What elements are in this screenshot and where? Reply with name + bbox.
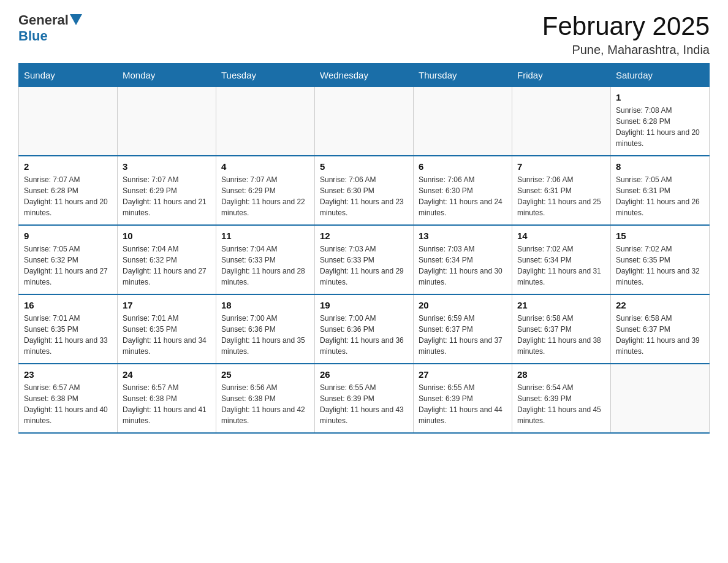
- calendar-cell: 23Sunrise: 6:57 AMSunset: 6:38 PMDayligh…: [19, 364, 118, 433]
- calendar-cell: [611, 364, 710, 433]
- calendar-cell: [315, 87, 414, 156]
- day-info: Sunrise: 6:57 AMSunset: 6:38 PMDaylight:…: [24, 382, 112, 426]
- day-number: 19: [320, 300, 408, 310]
- calendar-cell: 18Sunrise: 7:00 AMSunset: 6:36 PMDayligh…: [216, 294, 315, 364]
- logo-blue-text: Blue: [18, 28, 48, 44]
- day-info: Sunrise: 6:54 AMSunset: 6:39 PMDaylight:…: [517, 382, 605, 426]
- day-number: 10: [123, 231, 211, 241]
- calendar-cell: 24Sunrise: 6:57 AMSunset: 6:38 PMDayligh…: [118, 364, 216, 433]
- calendar-cell: 2Sunrise: 7:07 AMSunset: 6:28 PMDaylight…: [19, 156, 118, 225]
- day-info: Sunrise: 7:02 AMSunset: 6:34 PMDaylight:…: [517, 243, 605, 288]
- calendar-cell: 17Sunrise: 7:01 AMSunset: 6:35 PMDayligh…: [118, 294, 216, 364]
- day-number: 12: [320, 231, 408, 241]
- week-row-5: 23Sunrise: 6:57 AMSunset: 6:38 PMDayligh…: [19, 364, 710, 433]
- day-number: 1: [616, 92, 704, 102]
- day-number: 7: [517, 161, 605, 172]
- calendar-table: SundayMondayTuesdayWednesdayThursdayFrid…: [18, 63, 710, 434]
- calendar-body: 1Sunrise: 7:08 AMSunset: 6:28 PMDaylight…: [19, 87, 710, 434]
- logo-arrow-icon: [70, 14, 82, 25]
- day-info: Sunrise: 7:05 AMSunset: 6:31 PMDaylight:…: [616, 174, 704, 218]
- calendar-cell: [216, 87, 315, 156]
- day-info: Sunrise: 7:02 AMSunset: 6:35 PMDaylight:…: [616, 243, 704, 288]
- calendar-cell: 11Sunrise: 7:04 AMSunset: 6:33 PMDayligh…: [216, 225, 315, 294]
- calendar-cell: 27Sunrise: 6:55 AMSunset: 6:39 PMDayligh…: [414, 364, 512, 433]
- day-info: Sunrise: 6:58 AMSunset: 6:37 PMDaylight:…: [616, 313, 704, 357]
- day-info: Sunrise: 6:57 AMSunset: 6:38 PMDaylight:…: [123, 382, 211, 426]
- calendar-cell: 21Sunrise: 6:58 AMSunset: 6:37 PMDayligh…: [512, 294, 611, 364]
- calendar-cell: [19, 87, 118, 156]
- day-number: 4: [221, 161, 309, 172]
- day-number: 21: [517, 300, 605, 310]
- day-number: 25: [221, 369, 309, 380]
- calendar-cell: 7Sunrise: 7:06 AMSunset: 6:31 PMDaylight…: [512, 156, 611, 225]
- week-row-3: 9Sunrise: 7:05 AMSunset: 6:32 PMDaylight…: [19, 225, 710, 294]
- calendar-header: SundayMondayTuesdayWednesdayThursdayFrid…: [19, 64, 710, 87]
- header-sunday: Sunday: [19, 64, 118, 87]
- header-friday: Friday: [512, 64, 611, 87]
- day-info: Sunrise: 7:01 AMSunset: 6:35 PMDaylight:…: [24, 313, 112, 357]
- week-row-2: 2Sunrise: 7:07 AMSunset: 6:28 PMDaylight…: [19, 156, 710, 225]
- day-number: 11: [221, 231, 309, 241]
- day-info: Sunrise: 7:08 AMSunset: 6:28 PMDaylight:…: [616, 105, 704, 149]
- calendar-cell: 19Sunrise: 7:00 AMSunset: 6:36 PMDayligh…: [315, 294, 414, 364]
- calendar-cell: 22Sunrise: 6:58 AMSunset: 6:37 PMDayligh…: [611, 294, 710, 364]
- day-number: 3: [123, 161, 211, 172]
- logo-line1: General: [18, 12, 82, 28]
- calendar-cell: 9Sunrise: 7:05 AMSunset: 6:32 PMDaylight…: [19, 225, 118, 294]
- day-info: Sunrise: 7:00 AMSunset: 6:36 PMDaylight:…: [221, 313, 309, 357]
- day-number: 13: [419, 231, 507, 241]
- day-number: 24: [123, 369, 211, 380]
- day-number: 17: [123, 300, 211, 310]
- day-info: Sunrise: 7:04 AMSunset: 6:32 PMDaylight:…: [123, 243, 211, 288]
- calendar-cell: [414, 87, 512, 156]
- week-row-1: 1Sunrise: 7:08 AMSunset: 6:28 PMDaylight…: [19, 87, 710, 156]
- day-info: Sunrise: 6:55 AMSunset: 6:39 PMDaylight:…: [419, 382, 507, 426]
- header-tuesday: Tuesday: [216, 64, 315, 87]
- day-info: Sunrise: 7:06 AMSunset: 6:30 PMDaylight:…: [419, 174, 507, 218]
- day-info: Sunrise: 7:07 AMSunset: 6:29 PMDaylight:…: [123, 174, 211, 218]
- calendar-cell: 8Sunrise: 7:05 AMSunset: 6:31 PMDaylight…: [611, 156, 710, 225]
- day-info: Sunrise: 7:00 AMSunset: 6:36 PMDaylight:…: [320, 313, 408, 357]
- month-title: February 2025: [542, 12, 710, 40]
- calendar-cell: 28Sunrise: 6:54 AMSunset: 6:39 PMDayligh…: [512, 364, 611, 433]
- day-info: Sunrise: 7:03 AMSunset: 6:33 PMDaylight:…: [320, 243, 408, 288]
- calendar-cell: 3Sunrise: 7:07 AMSunset: 6:29 PMDaylight…: [118, 156, 216, 225]
- day-info: Sunrise: 7:07 AMSunset: 6:29 PMDaylight:…: [221, 174, 309, 218]
- calendar-cell: 1Sunrise: 7:08 AMSunset: 6:28 PMDaylight…: [611, 87, 710, 156]
- day-number: 28: [517, 369, 605, 380]
- header-thursday: Thursday: [414, 64, 512, 87]
- day-info: Sunrise: 7:07 AMSunset: 6:28 PMDaylight:…: [24, 174, 112, 218]
- calendar-cell: [512, 87, 611, 156]
- calendar-cell: 13Sunrise: 7:03 AMSunset: 6:34 PMDayligh…: [414, 225, 512, 294]
- header-monday: Monday: [118, 64, 216, 87]
- day-number: 5: [320, 161, 408, 172]
- day-info: Sunrise: 6:59 AMSunset: 6:37 PMDaylight:…: [419, 313, 507, 357]
- location-title: Pune, Maharashtra, India: [542, 43, 710, 57]
- svg-marker-0: [70, 14, 82, 25]
- calendar-cell: 16Sunrise: 7:01 AMSunset: 6:35 PMDayligh…: [19, 294, 118, 364]
- calendar-cell: 14Sunrise: 7:02 AMSunset: 6:34 PMDayligh…: [512, 225, 611, 294]
- logo-combined: General Blue: [18, 12, 82, 44]
- header-wednesday: Wednesday: [315, 64, 414, 87]
- day-info: Sunrise: 6:55 AMSunset: 6:39 PMDaylight:…: [320, 382, 408, 426]
- logo-general-text: General: [18, 12, 69, 28]
- page-header: General Blue February 2025 Pune, Maharas…: [18, 12, 710, 57]
- day-number: 8: [616, 161, 704, 172]
- header-saturday: Saturday: [611, 64, 710, 87]
- calendar-cell: 26Sunrise: 6:55 AMSunset: 6:39 PMDayligh…: [315, 364, 414, 433]
- calendar-cell: 15Sunrise: 7:02 AMSunset: 6:35 PMDayligh…: [611, 225, 710, 294]
- calendar-cell: 25Sunrise: 6:56 AMSunset: 6:38 PMDayligh…: [216, 364, 315, 433]
- calendar-cell: 5Sunrise: 7:06 AMSunset: 6:30 PMDaylight…: [315, 156, 414, 225]
- day-number: 22: [616, 300, 704, 310]
- calendar-cell: 10Sunrise: 7:04 AMSunset: 6:32 PMDayligh…: [118, 225, 216, 294]
- day-info: Sunrise: 7:04 AMSunset: 6:33 PMDaylight:…: [221, 243, 309, 288]
- header-row: SundayMondayTuesdayWednesdayThursdayFrid…: [19, 64, 710, 87]
- day-number: 16: [24, 300, 112, 310]
- day-number: 20: [419, 300, 507, 310]
- day-number: 23: [24, 369, 112, 380]
- day-number: 2: [24, 161, 112, 172]
- day-info: Sunrise: 7:03 AMSunset: 6:34 PMDaylight:…: [419, 243, 507, 288]
- calendar-cell: 6Sunrise: 7:06 AMSunset: 6:30 PMDaylight…: [414, 156, 512, 225]
- day-info: Sunrise: 6:58 AMSunset: 6:37 PMDaylight:…: [517, 313, 605, 357]
- day-info: Sunrise: 7:05 AMSunset: 6:32 PMDaylight:…: [24, 243, 112, 288]
